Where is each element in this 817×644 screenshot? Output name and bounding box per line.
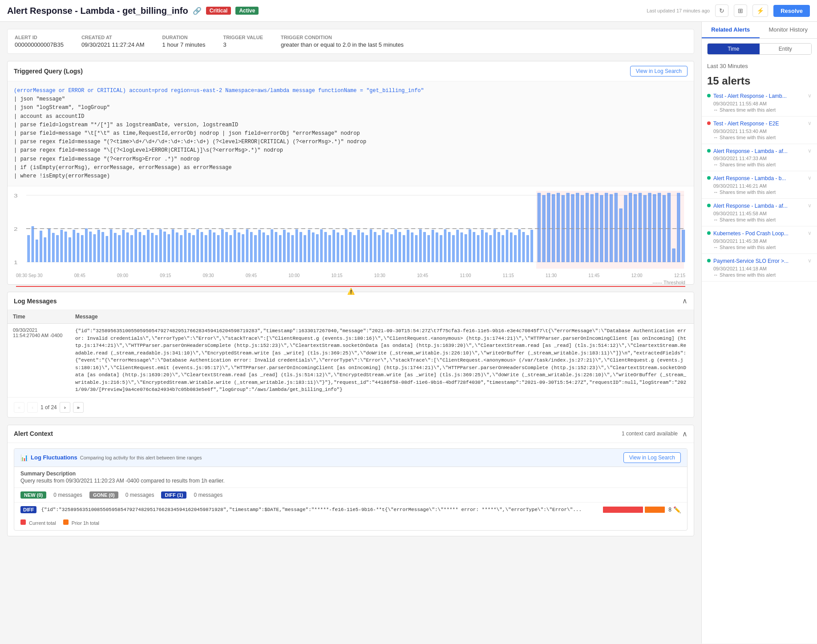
svg-rect-52 bbox=[217, 235, 219, 262]
first-page-button[interactable]: « bbox=[14, 402, 24, 413]
list-item[interactable]: Test - Alert Response - Lamb... 09/30/20… bbox=[702, 89, 817, 117]
time-col-header: Time bbox=[8, 310, 70, 324]
svg-rect-27 bbox=[114, 233, 117, 262]
svg-rect-64 bbox=[267, 235, 269, 262]
svg-rect-145 bbox=[615, 193, 617, 262]
resolve-button[interactable]: Resolve bbox=[773, 5, 810, 17]
svg-rect-76 bbox=[316, 234, 319, 262]
context-collapse-icon[interactable]: ∧ bbox=[682, 430, 688, 438]
prior-legend-label: Prior 1h total bbox=[72, 520, 99, 526]
code-line-11: | where !isEmpty(errorMessage) bbox=[14, 172, 688, 181]
status-dot-4 bbox=[707, 176, 711, 180]
list-item[interactable]: Payment-Service SLO Error >... 09/30/202… bbox=[702, 254, 817, 282]
svg-rect-127 bbox=[526, 235, 529, 262]
alert-item-header-7: Payment-Service SLO Error >... 09/30/202… bbox=[707, 258, 812, 278]
sidebar: Related Alerts Monitor History Time Enti… bbox=[701, 22, 817, 644]
svg-rect-137 bbox=[576, 193, 579, 262]
svg-rect-113 bbox=[469, 229, 471, 262]
tab-related-alerts[interactable]: Related Alerts bbox=[702, 22, 760, 38]
sidebar-time-range: Last 30 Minutes bbox=[702, 59, 817, 73]
list-item[interactable]: Kubernetes - Pod Crash Loop... 09/30/202… bbox=[702, 226, 817, 254]
svg-rect-75 bbox=[312, 233, 314, 262]
x-label-1: 08:30 Sep 30 bbox=[16, 273, 43, 278]
svg-rect-30 bbox=[126, 233, 129, 262]
svg-rect-9 bbox=[40, 231, 42, 262]
meta-trigger-condition: Trigger Condition greater than or equal … bbox=[281, 35, 404, 48]
duration-label: Duration bbox=[162, 35, 206, 40]
svg-rect-96 bbox=[399, 232, 401, 262]
status-dot-3 bbox=[707, 149, 711, 153]
tab-entity[interactable]: Entity bbox=[760, 44, 812, 54]
header-left: Alert Response - Lambda - get_billing_in… bbox=[7, 6, 259, 16]
svg-rect-126 bbox=[522, 232, 525, 262]
x-label-10: 10:45 bbox=[417, 273, 428, 278]
alerts-list: Test - Alert Response - Lamb... 09/30/20… bbox=[702, 89, 817, 282]
list-item[interactable]: Alert Response - Lambda - af... 09/30/20… bbox=[702, 199, 817, 226]
fluct-header: 📊 Log Fluctuations Comparing log activit… bbox=[14, 449, 687, 467]
svg-rect-149 bbox=[634, 194, 636, 262]
prev-page-button[interactable]: ‹ bbox=[27, 402, 38, 413]
list-item[interactable]: Alert Response - Lambda - af... 09/30/20… bbox=[702, 144, 817, 172]
chart-bars bbox=[28, 193, 685, 262]
svg-rect-105 bbox=[436, 233, 438, 262]
fluct-title-text: Log Fluctuations bbox=[31, 454, 77, 461]
tab-monitor-history[interactable]: Monitor History bbox=[760, 22, 817, 38]
alert-time-7: 09/30/2021 11:44:18 AM bbox=[713, 266, 805, 271]
svg-rect-33 bbox=[139, 232, 141, 262]
diff-row-edit-button[interactable]: ✏️ bbox=[673, 506, 681, 513]
next-page-button[interactable]: › bbox=[60, 402, 70, 413]
svg-rect-141 bbox=[595, 193, 598, 262]
view-log-search-button-query[interactable]: View in Log Search bbox=[630, 66, 688, 76]
svg-rect-38 bbox=[160, 229, 162, 262]
diff-row: DIFF {"id":"3258956351008550595854792748… bbox=[14, 503, 687, 517]
current-legend: Current total bbox=[20, 519, 56, 526]
alert-item-content-7: Payment-Service SLO Error >... 09/30/202… bbox=[713, 258, 805, 278]
status-dot-2 bbox=[707, 121, 711, 125]
trigger-value: 3 bbox=[223, 41, 226, 48]
svg-rect-61 bbox=[255, 235, 257, 262]
alert-name-1: Test - Alert Response - Lamb... bbox=[713, 93, 805, 100]
svg-rect-116 bbox=[481, 230, 484, 262]
log-messages-section: Log Messages ∧ Time Message 09/30/2021 1… bbox=[7, 292, 694, 418]
svg-rect-17 bbox=[73, 230, 75, 262]
view-log-search-button-context[interactable]: View in Log Search bbox=[623, 452, 681, 463]
list-item[interactable]: Test - Alert Response - E2E 09/30/2021 1… bbox=[702, 117, 817, 144]
diff-badges: NEW (0) 0 messages GONE (0) 0 messages D… bbox=[14, 488, 687, 503]
alert-item-header-3: Alert Response - Lambda - af... 09/30/20… bbox=[707, 148, 812, 168]
svg-rect-12 bbox=[53, 233, 55, 262]
threshold-label: ------ Threshold bbox=[652, 280, 685, 285]
x-label-7: 10:00 bbox=[288, 273, 299, 278]
svg-rect-82 bbox=[341, 235, 343, 262]
svg-rect-152 bbox=[648, 193, 651, 262]
svg-rect-71 bbox=[295, 229, 298, 262]
svg-rect-107 bbox=[444, 229, 446, 262]
chevron-down-icon-7: ∨ bbox=[808, 258, 812, 264]
alert-time-2: 09/30/2021 11:53:40 AM bbox=[713, 129, 805, 134]
svg-rect-43 bbox=[180, 235, 182, 262]
fluct-title: 📊 Log Fluctuations Comparing log activit… bbox=[20, 454, 202, 461]
alert-id-value: 000000000007B35 bbox=[15, 41, 64, 48]
chart-area: 3 2 1 bbox=[8, 186, 694, 284]
chevron-down-icon-1: ∨ bbox=[808, 93, 812, 99]
code-line-8: | parse regex field=message "\[(?<logLev… bbox=[14, 146, 688, 155]
bookmark-button[interactable]: ⚡ bbox=[752, 4, 768, 17]
log-messages-collapse-icon[interactable]: ∧ bbox=[682, 297, 688, 305]
list-item[interactable]: Alert Response - Lambda - b... 09/30/202… bbox=[702, 171, 817, 199]
link-icon[interactable]: 🔗 bbox=[193, 7, 202, 15]
last-page-button[interactable]: » bbox=[73, 402, 84, 413]
diff-bars: 8 ✏️ bbox=[603, 506, 681, 513]
badge-critical: Critical bbox=[206, 7, 231, 15]
svg-rect-24 bbox=[102, 232, 104, 262]
svg-rect-85 bbox=[353, 235, 356, 262]
svg-rect-109 bbox=[453, 235, 455, 262]
grid-button[interactable]: ⊞ bbox=[734, 4, 747, 17]
x-label-3: 09:00 bbox=[117, 273, 128, 278]
refresh-button[interactable]: ↻ bbox=[715, 4, 728, 17]
svg-rect-60 bbox=[250, 232, 252, 262]
chevron-down-icon-6: ∨ bbox=[808, 230, 812, 236]
tab-time[interactable]: Time bbox=[708, 44, 760, 54]
alert-shares-1: ↔ Shares time with this alert bbox=[713, 107, 805, 113]
svg-rect-124 bbox=[514, 235, 517, 262]
prior-legend-dot bbox=[63, 519, 69, 525]
svg-rect-81 bbox=[337, 233, 339, 262]
